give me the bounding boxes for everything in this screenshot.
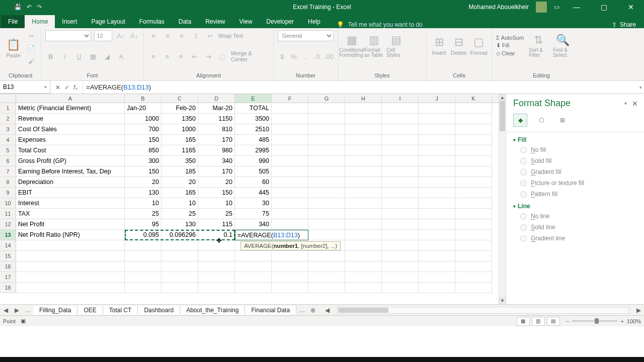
grow-font-icon[interactable]: A↑ [115,30,126,41]
cell[interactable] [419,135,455,145]
cell[interactable] [198,261,235,272]
cell[interactable] [308,209,345,219]
cell[interactable] [308,272,345,283]
cell[interactable]: 340 [198,156,235,166]
cell[interactable] [198,272,235,283]
comma-icon[interactable]: , [301,51,309,62]
cell[interactable]: 300 [125,156,162,166]
cell[interactable] [308,283,345,293]
cell[interactable] [419,230,455,240]
cell[interactable]: 810 [198,124,235,135]
cell[interactable] [235,251,272,261]
section-fill[interactable]: Fill [513,136,637,143]
col-F[interactable]: F [272,94,308,103]
cell[interactable] [419,156,455,166]
zoom-out-icon[interactable]: − [566,318,569,324]
cell[interactable]: 1000 [162,124,198,135]
sort-filter-button[interactable]: ⇅Sort & Filter [529,30,548,61]
cell[interactable]: 130 [162,219,198,230]
cell[interactable]: Expenses [16,135,125,145]
cell[interactable]: 10 [162,198,198,209]
cell[interactable] [272,124,308,135]
orientation-icon[interactable]: ⤹ [190,30,201,41]
cell[interactable]: Depreciation [16,177,125,188]
cell[interactable] [16,283,125,293]
scroll-down-icon[interactable]: ▼ [499,297,506,304]
cell[interactable] [272,145,308,156]
cell[interactable]: 25 [162,209,198,219]
cell[interactable] [382,240,419,251]
tab-help[interactable]: Help [301,15,328,28]
cell[interactable] [455,251,492,261]
cell[interactable] [308,198,345,209]
col-D[interactable]: D [198,94,235,103]
col-J[interactable]: J [419,94,455,103]
cell[interactable] [272,198,308,209]
cell[interactable] [455,283,492,293]
cell[interactable] [235,272,272,283]
tab-home[interactable]: Home [25,15,55,28]
row-15[interactable]: 15 [0,251,16,261]
cell[interactable] [272,251,308,261]
close-button[interactable]: ✕ [621,3,641,11]
effects-tab-icon[interactable]: ⬠ [534,114,548,127]
cell[interactable]: 170 [198,166,235,177]
indent-dec-icon[interactable]: ⇤ [190,51,201,62]
fill-button[interactable]: ⬇ Fill [496,42,524,49]
cell[interactable] [235,261,272,272]
user-name[interactable]: Mohamed Abouelkheir [469,4,529,11]
cell[interactable] [162,272,198,283]
row-4[interactable]: 4 [0,135,16,145]
cell[interactable] [455,261,492,272]
row-8[interactable]: 8 [0,177,16,188]
dec-dec-icon[interactable]: .00 [325,51,334,62]
cell[interactable] [272,283,308,293]
share-button[interactable]: ⇪ Share [612,21,644,28]
cell[interactable] [455,156,492,166]
cell[interactable]: Gross Profit (GP) [16,156,125,166]
shrink-font-icon[interactable]: A↓ [129,30,139,41]
cell[interactable] [455,145,492,156]
cell[interactable] [345,156,382,166]
zoom-in-icon[interactable]: + [620,318,623,324]
find-select-button[interactable]: 🔍Find & Select [553,30,572,61]
cell[interactable]: Cost Of Sales [16,124,125,135]
cell[interactable] [419,198,455,209]
row-5[interactable]: 5 [0,145,16,156]
align-bottom-icon[interactable]: ≡ [176,30,187,41]
cell[interactable] [16,272,125,283]
cell[interactable]: 445 [235,188,272,198]
fill-color-icon[interactable]: ◢ [102,51,113,62]
fill-option[interactable]: No fill [520,146,637,153]
col-E[interactable]: E [235,94,272,103]
cell[interactable] [308,156,345,166]
cell[interactable]: 170 [198,135,235,145]
cell[interactable] [125,240,162,251]
cell[interactable] [419,240,455,251]
cell[interactable] [308,261,345,272]
cell[interactable] [272,156,308,166]
number-format[interactable]: General [278,30,334,41]
cell[interactable] [272,103,308,114]
cell[interactable] [272,188,308,198]
function-hint[interactable]: AVERAGE(number1, [number2], ...) [240,241,341,250]
cell[interactable] [382,272,419,283]
cell[interactable] [455,198,492,209]
fill-option[interactable]: Pattern fill [520,191,637,198]
copy-icon[interactable]: 📄 [26,43,37,54]
row-14[interactable]: 14 [0,240,16,251]
col-H[interactable]: H [345,94,382,103]
cell[interactable]: 1165 [162,145,198,156]
cell[interactable] [345,283,382,293]
cell[interactable]: 25 [198,209,235,219]
insert-cells-button[interactable]: ⊞Insert [431,30,447,61]
cell[interactable] [382,261,419,272]
cell[interactable] [382,219,419,230]
font-size[interactable] [94,30,112,41]
cell[interactable] [455,188,492,198]
cell[interactable]: 1150 [198,114,235,124]
tab-data[interactable]: Data [172,15,198,28]
cell[interactable]: 1000 [125,114,162,124]
cell[interactable] [455,135,492,145]
cell[interactable] [419,209,455,219]
